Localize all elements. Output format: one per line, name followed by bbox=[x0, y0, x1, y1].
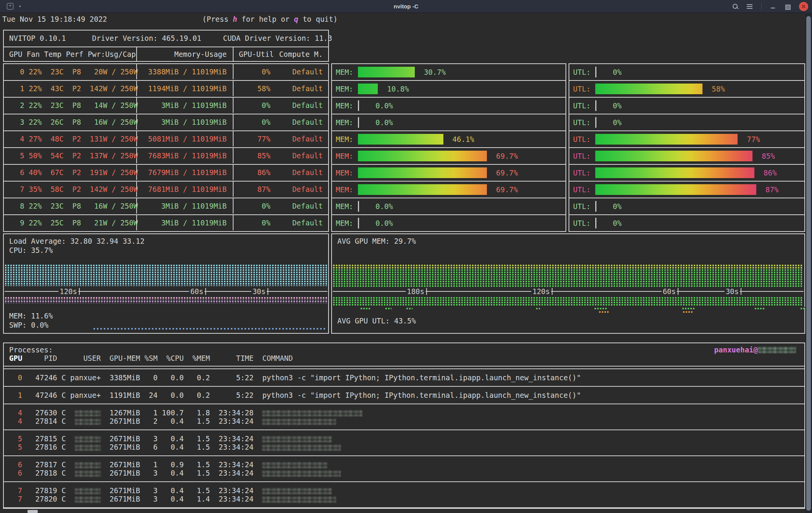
process-pid: 27815 bbox=[22, 434, 57, 443]
mem-gauge-box: MEM:0.0% bbox=[331, 198, 566, 215]
process-type: C bbox=[57, 417, 66, 425]
process-row[interactable]: 427814C2671MiB20.41.523:34:24 bbox=[4, 417, 804, 425]
col-header-sm: %SM bbox=[140, 354, 158, 362]
mem-gauge-value: 69.7% bbox=[496, 184, 518, 195]
mem-gauge-box: MEM:69.7% bbox=[331, 147, 566, 165]
restore-icon[interactable] bbox=[785, 3, 791, 10]
util-gauge-value: 0% bbox=[613, 67, 622, 77]
process-cpu: 100.7 bbox=[158, 408, 184, 417]
process-pid: 27814 bbox=[22, 417, 57, 425]
axis-label: 180s bbox=[406, 288, 425, 295]
minimize-icon[interactable] bbox=[770, 3, 776, 10]
axis-label: 30s bbox=[725, 288, 740, 295]
process-user-redacted bbox=[75, 470, 101, 477]
util-gauge-label: UTL: bbox=[573, 169, 593, 177]
load-average-text: Load Average: 32.80 32.94 33.12 bbox=[9, 237, 145, 245]
process-row[interactable]: 527816C2671MiB60.41.523:34:24 bbox=[4, 443, 804, 451]
util-gauge-value: 0% bbox=[613, 201, 622, 212]
process-row[interactable]: 147246Cpanxue+1191MiB240.00.25:22python3… bbox=[4, 391, 804, 399]
axis-label: 30s bbox=[251, 288, 267, 295]
process-pmem: 0.2 bbox=[184, 373, 210, 382]
gpu-util-mode-cell: 0% Default bbox=[234, 215, 328, 230]
process-pmem: 1.5 bbox=[184, 469, 210, 477]
process-pmem: 1.5 bbox=[184, 486, 210, 495]
process-group: 627817C2671MiB10.91.523:34:24627818C2671… bbox=[4, 456, 804, 481]
process-command-redacted bbox=[262, 410, 362, 417]
avg-gpu-utl-text: AVG GPU UTL: 43.5% bbox=[337, 317, 416, 325]
process-row[interactable]: 727819C2671MiB30.41.523:34:24 bbox=[4, 486, 804, 495]
gpu-graph-panel: AVG GPU MEM: 29.7% 180s120s60s30s AVG GP… bbox=[331, 233, 805, 334]
avg-gpu-mem-text: AVG GPU MEM: 29.7% bbox=[337, 237, 416, 245]
process-pmem: 1.5 bbox=[184, 417, 210, 425]
process-mem: 2671MiB bbox=[101, 417, 140, 425]
util-gauge-value: 87% bbox=[765, 184, 778, 195]
util-gauge-value: 85% bbox=[762, 151, 775, 161]
process-sm: 3 bbox=[140, 469, 158, 477]
util-gauge-box: UTL:87% bbox=[569, 181, 805, 198]
process-command: python3 -c "import IPython; IPython.term… bbox=[254, 391, 581, 399]
swp-history-graph bbox=[93, 327, 326, 330]
util-gauge-bar: 87% bbox=[595, 184, 780, 195]
process-row[interactable]: 627817C2671MiB10.91.523:34:24 bbox=[4, 460, 804, 469]
processes-panel: Processes: panxuehai@ GPUPIDUSERGPU-MEM%… bbox=[3, 343, 805, 509]
col-header-time: TIME bbox=[210, 354, 253, 362]
process-type: C bbox=[57, 434, 66, 443]
axis-label: 60s bbox=[189, 288, 205, 295]
gpu-util-mode-cell: 0% Default bbox=[234, 114, 328, 130]
mem-gauge-box: MEM:0.0% bbox=[331, 214, 566, 232]
process-time: 23:34:24 bbox=[210, 460, 253, 469]
mem-gauge-value: 30.7% bbox=[424, 67, 446, 77]
process-row[interactable]: 527815C2671MiB30.41.523:34:24 bbox=[4, 434, 804, 443]
process-pid: 47246 bbox=[22, 391, 57, 399]
process-user-redacted bbox=[75, 436, 101, 442]
process-time: 23:34:24 bbox=[210, 417, 253, 425]
mem-gauge-bar: 69.7% bbox=[358, 151, 543, 161]
process-row[interactable]: 427630C1267MiB1100.71.823:34:28 bbox=[4, 408, 804, 417]
scrollbar bbox=[805, 13, 812, 513]
mem-gauge-bar: 10.8% bbox=[358, 84, 543, 94]
process-mem: 2671MiB bbox=[101, 434, 140, 443]
mem-gauge-box: MEM:30.7% bbox=[331, 63, 566, 81]
gpu-util-mode-cell: 58% Default bbox=[234, 81, 328, 96]
menu-icon[interactable] bbox=[747, 3, 753, 10]
process-pid: 27819 bbox=[22, 486, 57, 495]
process-cpu: 0.9 bbox=[158, 460, 184, 469]
process-cpu: 0.4 bbox=[158, 495, 184, 503]
process-row[interactable]: 047246Cpanxue+3385MiB00.00.25:22python3 … bbox=[4, 373, 804, 382]
process-pmem: 1.4 bbox=[184, 495, 210, 503]
gpu-row: 5 50% 54C P2 137W / 250W7683MiB / 11019M… bbox=[3, 147, 329, 165]
process-type: C bbox=[57, 391, 66, 399]
mem-gauge-label: MEM: bbox=[336, 185, 356, 194]
process-row[interactable]: 727820C2671MiB30.41.423:34:24 bbox=[4, 495, 804, 503]
scrollbar-thumb[interactable] bbox=[806, 16, 811, 511]
close-icon[interactable] bbox=[799, 2, 808, 11]
gpu-memory-cell: 7679MiB / 11019MiB bbox=[137, 165, 234, 180]
mem-history-graph bbox=[5, 296, 327, 300]
process-row[interactable]: 627818C2671MiB30.41.523:34:24 bbox=[4, 469, 804, 477]
col-header-pmem: %MEM bbox=[184, 354, 210, 362]
gpu-info-cell: 6 40% 67C P2 191W / 250W bbox=[4, 165, 137, 180]
process-user: panxue+ bbox=[66, 391, 101, 399]
process-mem: 2671MiB bbox=[101, 486, 140, 495]
process-command-redacted bbox=[262, 488, 332, 494]
util-gauge-bar: 77% bbox=[595, 134, 780, 145]
hostname-redacted bbox=[758, 347, 796, 353]
process-sm: 6 bbox=[140, 443, 158, 451]
util-gauge-bar: 85% bbox=[595, 151, 780, 161]
gpu-info-cell: 3 22% 26C P8 16W / 250W bbox=[4, 114, 137, 130]
gpu-util-mode-cell: 85% Default bbox=[234, 148, 328, 163]
search-icon[interactable] bbox=[732, 3, 738, 10]
util-gauge-box: UTL:77% bbox=[569, 130, 805, 148]
col-header-cpu: %CPU bbox=[158, 354, 184, 362]
mem-gauge-bar: 0.0% bbox=[358, 117, 543, 128]
gpu-mem-history-graph bbox=[333, 269, 803, 287]
gpu-memory-cell: 3388MiB / 11019MiB bbox=[137, 64, 234, 79]
process-sm: 1 bbox=[140, 460, 158, 469]
processes-title: Processes: bbox=[9, 346, 53, 354]
gpu-info-cell: 9 22% 25C P8 21W / 250W bbox=[4, 215, 137, 230]
process-user-redacted bbox=[75, 496, 101, 503]
process-user-redacted bbox=[75, 488, 101, 494]
process-gpu: 5 bbox=[9, 443, 22, 451]
process-pmem: 1.5 bbox=[184, 460, 210, 469]
process-command-redacted bbox=[262, 462, 327, 468]
